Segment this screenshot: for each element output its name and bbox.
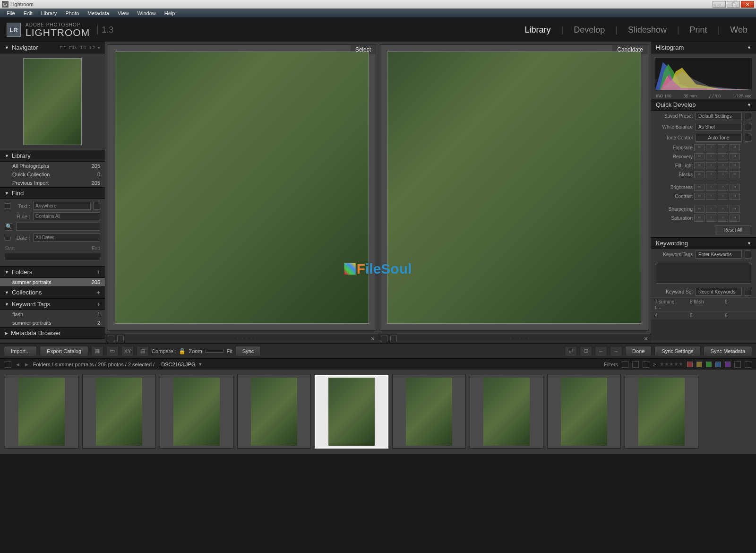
second-window-icon[interactable]	[5, 361, 11, 368]
adjust-inc[interactable]: ›	[718, 184, 728, 191]
thumbnail[interactable]	[160, 375, 233, 449]
auto-tone-button[interactable]: Auto Tone	[696, 134, 742, 142]
compare-view-icon[interactable]: XY	[121, 346, 134, 356]
candidate-pane[interactable]: Candidate	[380, 44, 648, 331]
close-select-icon[interactable]: ✕	[370, 336, 375, 342]
adjust-big-inc[interactable]: ››	[730, 215, 740, 222]
sync-metadata-button[interactable]: Sync Metadata	[704, 346, 752, 356]
adjust-inc[interactable]: ›	[718, 153, 728, 160]
thumbnail-selected[interactable]	[315, 375, 388, 449]
filter-switch-icon[interactable]	[745, 361, 751, 368]
library-header[interactable]: ▼Library	[0, 150, 105, 162]
adjust-inc[interactable]: ›	[718, 193, 728, 200]
zoom-1-1[interactable]: 1:1	[80, 45, 86, 50]
kw-cell[interactable]: 9	[721, 297, 756, 311]
menu-metadata[interactable]: Metadata	[84, 9, 113, 17]
dropdown-icon[interactable]	[745, 288, 751, 296]
quick-develop-header[interactable]: ▼Quick Develop	[651, 99, 756, 111]
module-slideshow[interactable]: Slideshow	[626, 25, 669, 35]
adjust-dec[interactable]: ‹	[706, 215, 716, 222]
zoom-1-2[interactable]: 1:2	[89, 45, 95, 50]
menu-photo[interactable]: Photo	[61, 9, 83, 17]
keyword-row[interactable]: flash1	[0, 310, 105, 319]
flag-reject-icon[interactable]	[643, 361, 649, 368]
adjust-big-inc[interactable]: ››	[730, 162, 740, 169]
close-button[interactable]: ✕	[741, 1, 754, 8]
prev-icon[interactable]: ←	[595, 346, 607, 356]
zoom-slider[interactable]	[205, 350, 224, 353]
color-green[interactable]	[706, 362, 712, 367]
adjust-big-dec[interactable]: ‹‹	[694, 215, 704, 222]
adjust-inc[interactable]: ›	[718, 162, 728, 169]
select-pane[interactable]: Select	[108, 44, 376, 331]
select-toggle-1[interactable]	[108, 336, 114, 342]
adjust-dec[interactable]: ‹	[706, 193, 716, 200]
thumbnail[interactable]	[237, 375, 311, 449]
thumbnail[interactable]	[470, 375, 543, 449]
flag-pick-icon[interactable]	[622, 361, 628, 368]
color-yellow[interactable]	[696, 362, 702, 367]
dropdown-icon[interactable]	[745, 251, 751, 259]
keyword-input[interactable]	[656, 263, 751, 284]
folder-row[interactable]: summer portraits205	[0, 278, 105, 286]
minimize-button[interactable]: —	[713, 1, 726, 8]
dropdown-icon[interactable]	[745, 123, 751, 131]
import-button[interactable]: Import...	[4, 346, 37, 356]
color-red[interactable]	[687, 362, 693, 367]
lock-icon[interactable]: 🔒	[179, 348, 186, 354]
keyword-set-select[interactable]: Recent Keywords	[696, 288, 742, 296]
menu-view[interactable]: View	[114, 9, 133, 17]
search-icon[interactable]: 🔍	[5, 223, 13, 231]
kw-cell[interactable]: 4	[651, 311, 686, 320]
metadata-browser-header[interactable]: ▶Metadata Browser	[0, 327, 105, 339]
adjust-big-dec[interactable]: ‹‹	[694, 162, 704, 169]
close-candidate-icon[interactable]: ✕	[644, 336, 648, 342]
reset-all-button[interactable]: Reset All	[715, 225, 751, 234]
maximize-button[interactable]: ☐	[727, 1, 740, 8]
kw-cell[interactable]: 6	[721, 311, 756, 320]
adjust-big-inc[interactable]: ››	[730, 171, 740, 178]
menu-file[interactable]: File	[3, 9, 19, 17]
kw-cell[interactable]: 8 flash	[686, 297, 721, 311]
candidate-toggle-1[interactable]	[381, 336, 387, 342]
adjust-inc[interactable]: ›	[718, 215, 728, 222]
add-folder-button[interactable]: +	[96, 268, 100, 276]
find-date-checkbox[interactable]	[5, 235, 10, 241]
chevron-down-icon[interactable]: ▾	[199, 361, 202, 367]
nav-back-icon[interactable]: ◄	[15, 362, 20, 367]
adjust-big-inc[interactable]: ››	[730, 144, 740, 151]
thumbnail[interactable]	[5, 375, 78, 449]
adjust-big-dec[interactable]: ‹‹	[694, 171, 704, 178]
kw-cell[interactable]: 7 summer p...	[651, 297, 686, 311]
thumbnail[interactable]	[625, 375, 698, 449]
survey-view-icon[interactable]: ▤	[137, 346, 149, 356]
navigator-header[interactable]: ▼ Navigator FIT FILL 1:1 1:2 ▾	[0, 42, 105, 53]
adjust-big-inc[interactable]: ››	[730, 153, 740, 160]
dropdown-icon[interactable]	[94, 202, 100, 210]
menu-help[interactable]: Help	[161, 9, 179, 17]
adjust-big-inc[interactable]: ››	[730, 184, 740, 191]
adjust-big-inc[interactable]: ››	[730, 206, 740, 213]
zoom-dropdown-icon[interactable]: ▾	[98, 45, 100, 50]
adjust-big-dec[interactable]: ‹‹	[694, 144, 704, 151]
adjust-big-dec[interactable]: ‹‹	[694, 193, 704, 200]
loupe-view-icon[interactable]: ▭	[106, 346, 119, 356]
folders-header[interactable]: ▼Folders+	[0, 266, 105, 278]
select-toggle-2[interactable]	[117, 336, 124, 342]
sync-button[interactable]: Sync	[235, 346, 261, 356]
adjust-dec[interactable]: ‹	[706, 144, 716, 151]
flag-unflag-icon[interactable]	[632, 361, 639, 368]
module-library[interactable]: Library	[523, 25, 552, 35]
export-catalog-button[interactable]: Export Catalog	[40, 346, 88, 356]
dropdown-icon[interactable]	[745, 134, 751, 142]
next-icon[interactable]: →	[610, 346, 622, 356]
menu-window[interactable]: Window	[134, 9, 160, 17]
color-purple[interactable]	[725, 362, 730, 367]
nav-fwd-icon[interactable]: ►	[24, 362, 29, 367]
adjust-dec[interactable]: ‹	[706, 206, 716, 213]
adjust-inc[interactable]: ›	[718, 206, 728, 213]
swap-icon[interactable]: ⇄	[565, 346, 577, 356]
thumbnail[interactable]	[547, 375, 621, 449]
library-row[interactable]: Previous Import205	[0, 179, 105, 187]
module-print[interactable]: Print	[688, 25, 709, 35]
